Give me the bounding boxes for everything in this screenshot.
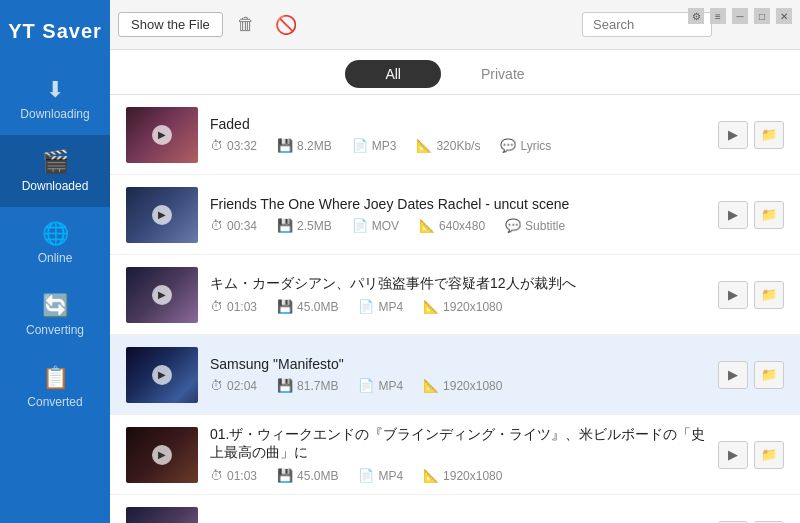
- sidebar-item-label: Online: [38, 251, 73, 265]
- media-item: ▶ Samsung "Manifesto" ⏱02:04💾81.7MB📄MP4📐…: [110, 335, 800, 415]
- play-button[interactable]: ▶: [718, 121, 748, 149]
- size-value: 81.7MB: [297, 379, 338, 393]
- folder-button[interactable]: 📁: [754, 201, 784, 229]
- format-icon: 📄: [358, 299, 374, 314]
- folder-button[interactable]: 📁: [754, 121, 784, 149]
- folder-button[interactable]: 📁: [754, 441, 784, 469]
- folder-button[interactable]: 📁: [754, 281, 784, 309]
- media-thumbnail: ▶: [126, 187, 198, 243]
- format-value: MP4: [378, 379, 403, 393]
- duration-value: 01:03: [227, 300, 257, 314]
- show-file-button[interactable]: Show the File: [118, 12, 223, 37]
- format-value: MOV: [372, 219, 399, 233]
- disable-icon-button[interactable]: 🚫: [269, 12, 303, 38]
- converted-icon: 📋: [42, 365, 69, 391]
- sidebar: YT Saver ⬇ Downloading 🎬 Downloaded 🌐 On…: [0, 0, 110, 523]
- sidebar-item-label: Converted: [27, 395, 82, 409]
- maximize-button[interactable]: □: [754, 8, 770, 24]
- play-button[interactable]: ▶: [718, 281, 748, 309]
- close-button[interactable]: ✕: [776, 8, 792, 24]
- play-button[interactable]: ▶: [718, 361, 748, 389]
- sidebar-item-downloading[interactable]: ⬇ Downloading: [0, 63, 110, 135]
- format-value: MP3: [372, 139, 397, 153]
- media-thumbnail: ▶: [126, 267, 198, 323]
- quality-value: 640x480: [439, 219, 485, 233]
- play-overlay: ▶: [152, 445, 172, 465]
- play-overlay: ▶: [152, 285, 172, 305]
- format-icon: 📄: [352, 138, 368, 153]
- titlebar: Show the File 🗑 🚫 ⚙ ≡ ─ □ ✕: [110, 0, 800, 50]
- sidebar-item-converted[interactable]: 📋 Converted: [0, 351, 110, 423]
- sidebar-item-downloaded[interactable]: 🎬 Downloaded: [0, 135, 110, 207]
- item-actions: ▶ 📁: [718, 441, 784, 469]
- meta-quality: 📐1920x1080: [423, 299, 502, 314]
- media-meta: ⏱03:32💾8.2MB📄MP3📐320Kb/s💬Lyrics: [210, 138, 706, 153]
- play-overlay: ▶: [152, 125, 172, 145]
- meta-quality: 📐640x480: [419, 218, 485, 233]
- meta-duration: ⏱02:04: [210, 378, 257, 393]
- delete-icon-button[interactable]: 🗑: [231, 12, 261, 37]
- menu-button[interactable]: ≡: [710, 8, 726, 24]
- play-button[interactable]: ▶: [718, 441, 748, 469]
- format-icon: 📄: [358, 468, 374, 483]
- quality-icon: 📐: [416, 138, 432, 153]
- quality-value: 1920x1080: [443, 469, 502, 483]
- meta-format: 📄MP4: [358, 468, 403, 483]
- size-icon: 💾: [277, 468, 293, 483]
- media-item: ▶ Faded ⏱03:32💾8.2MB📄MP3📐320Kb/s💬Lyrics …: [110, 95, 800, 175]
- minimize-button[interactable]: ─: [732, 8, 748, 24]
- tab-private[interactable]: Private: [441, 60, 565, 88]
- media-info: Faded ⏱03:32💾8.2MB📄MP3📐320Kb/s💬Lyrics: [210, 116, 706, 153]
- globe-icon: 🌐: [42, 221, 69, 247]
- film-icon: 🎬: [42, 149, 69, 175]
- meta-quality: 📐320Kb/s: [416, 138, 480, 153]
- tab-all[interactable]: All: [345, 60, 441, 88]
- duration-icon: ⏱: [210, 378, 223, 393]
- sidebar-item-label: Downloaded: [22, 179, 89, 193]
- meta-duration: ⏱01:03: [210, 299, 257, 314]
- meta-size: 💾45.0MB: [277, 299, 338, 314]
- extra-icon: 💬: [500, 138, 516, 153]
- duration-value: 03:32: [227, 139, 257, 153]
- size-value: 45.0MB: [297, 300, 338, 314]
- media-item: ▶ キム・カーダシアン、パリ強盗事件で容疑者12人が裁判へ ⏱01:03💾45.…: [110, 255, 800, 335]
- meta-duration: ⏱00:34: [210, 218, 257, 233]
- extra-value: Subtitle: [525, 219, 565, 233]
- quality-value: 1920x1080: [443, 379, 502, 393]
- sidebar-item-converting[interactable]: 🔄 Converting: [0, 279, 110, 351]
- sidebar-item-label: Converting: [26, 323, 84, 337]
- media-title: Faded: [210, 116, 706, 132]
- media-thumbnail: ▶: [126, 427, 198, 483]
- duration-value: 00:34: [227, 219, 257, 233]
- size-icon: 💾: [277, 218, 293, 233]
- size-icon: 💾: [277, 299, 293, 314]
- meta-quality: 📐1920x1080: [423, 468, 502, 483]
- quality-icon: 📐: [423, 468, 439, 483]
- convert-icon: 🔄: [42, 293, 69, 319]
- sidebar-item-online[interactable]: 🌐 Online: [0, 207, 110, 279]
- meta-extra: 💬Subtitle: [505, 218, 565, 233]
- media-title: Friends The One Where Joey Dates Rachel …: [210, 196, 706, 212]
- quality-value: 1920x1080: [443, 300, 502, 314]
- size-value: 8.2MB: [297, 139, 332, 153]
- settings-button[interactable]: ⚙: [688, 8, 704, 24]
- media-thumbnail: ▶: [126, 507, 198, 524]
- media-meta: ⏱02:04💾81.7MB📄MP4📐1920x1080: [210, 378, 706, 393]
- duration-icon: ⏱: [210, 138, 223, 153]
- meta-format: 📄MOV: [352, 218, 399, 233]
- item-actions: ▶ 📁: [718, 121, 784, 149]
- meta-size: 💾45.0MB: [277, 468, 338, 483]
- media-list: ▶ Faded ⏱03:32💾8.2MB📄MP3📐320Kb/s💬Lyrics …: [110, 95, 800, 523]
- quality-icon: 📐: [423, 378, 439, 393]
- folder-button[interactable]: 📁: [754, 361, 784, 389]
- meta-size: 💾2.5MB: [277, 218, 332, 233]
- meta-duration: ⏱03:32: [210, 138, 257, 153]
- sidebar-item-label: Downloading: [20, 107, 89, 121]
- media-thumbnail: ▶: [126, 107, 198, 163]
- item-actions: ▶ 📁: [718, 281, 784, 309]
- media-title: 01.ザ・ウィークエンドの『ブラインディング・ライツ』、米ビルボードの「史上最高…: [210, 426, 706, 462]
- media-thumbnail: ▶: [126, 347, 198, 403]
- media-meta: ⏱01:03💾45.0MB📄MP4📐1920x1080: [210, 468, 706, 483]
- play-button[interactable]: ▶: [718, 201, 748, 229]
- item-actions: ▶ 📁: [718, 201, 784, 229]
